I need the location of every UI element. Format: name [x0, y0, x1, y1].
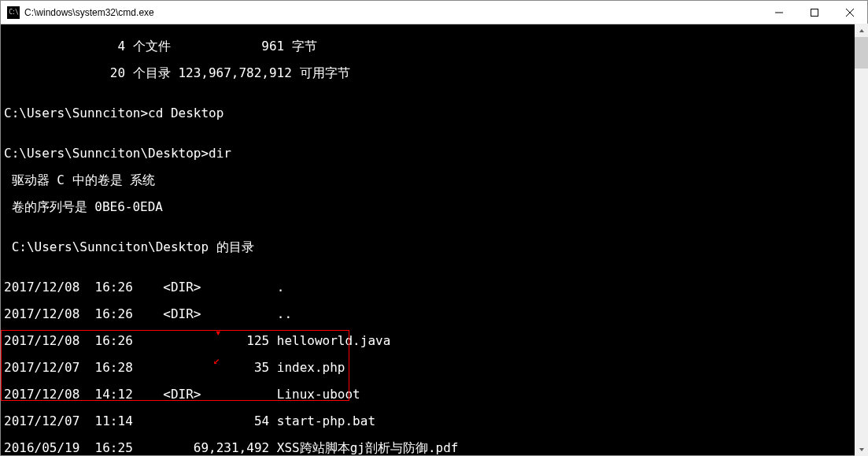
output-line: 2017/12/08 16:26 <DIR> .	[4, 280, 864, 294]
scrollbar[interactable]	[855, 24, 868, 456]
output-line: C:\Users\Sunnciton>cd Desktop	[4, 106, 864, 120]
output-line: 驱动器 C 中的卷是 系统	[4, 173, 864, 187]
minimize-button[interactable]	[761, 1, 796, 24]
window-controls	[761, 1, 867, 24]
output-line: C:\Users\Sunnciton\Desktop>dir	[4, 146, 864, 160]
output-line: 4 个文件 961 字节	[4, 39, 864, 53]
scrollbar-thumb[interactable]	[855, 37, 868, 69]
scroll-down-button[interactable]	[855, 443, 868, 456]
scroll-up-button[interactable]	[855, 24, 868, 37]
output-line: 2017/12/08 14:12 <DIR> Linux-uboot	[4, 387, 864, 401]
window-title: C:\windows\system32\cmd.exe	[24, 7, 761, 18]
app-icon: C:\	[7, 6, 20, 19]
output-line: 2017/12/08 16:26 125 helloworld.java	[4, 334, 864, 347]
close-button[interactable]	[832, 1, 867, 24]
svg-rect-1	[811, 9, 818, 16]
cmd-window: C:\ C:\windows\system32\cmd.exe 4 个文件 96…	[0, 0, 868, 456]
output-line: 2017/12/07 11:14 54 start-php.bat	[4, 414, 864, 428]
output-line: C:\Users\Sunnciton\Desktop 的目录	[4, 240, 864, 254]
output-line: 20 个目录 123,967,782,912 可用字节	[4, 66, 864, 80]
scrollbar-track[interactable]	[855, 37, 868, 443]
output-line: 2017/12/08 16:26 <DIR> ..	[4, 307, 864, 321]
output-line: 2017/12/07 16:28 35 index.php	[4, 361, 864, 374]
maximize-button[interactable]	[796, 1, 832, 24]
titlebar[interactable]: C:\ C:\windows\system32\cmd.exe	[1, 1, 867, 24]
output-line: 卷的序列号是 0BE6-0EDA	[4, 200, 864, 213]
output-line: 2016/05/19 16:25 69,231,492 XSS跨站脚本gj剖析与…	[4, 441, 864, 454]
terminal-output[interactable]: 4 个文件 961 字节 20 个目录 123,967,782,912 可用字节…	[1, 24, 867, 455]
